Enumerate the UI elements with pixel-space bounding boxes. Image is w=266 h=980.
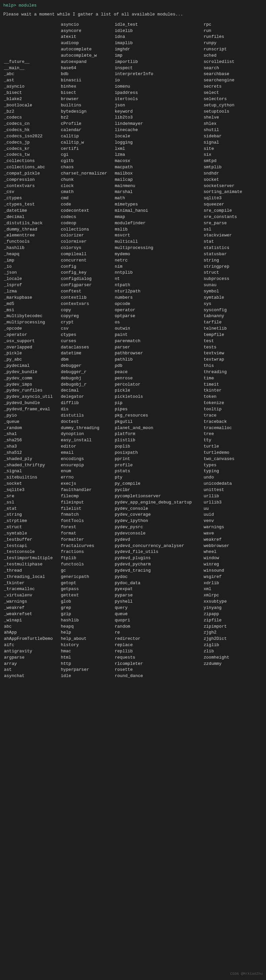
table-cell: squeezer — [203, 202, 263, 208]
table-cell: encodings — [60, 456, 114, 462]
table-cell: turtle — [203, 444, 263, 450]
table-cell: undo — [203, 474, 263, 481]
table-cell: pkg_resources — [114, 413, 203, 419]
table-cell: cmath — [60, 189, 114, 195]
table-cell: runfiles — [203, 34, 263, 40]
table-cell: xml — [203, 586, 263, 592]
table-row: _collectionscgitbmacosxsmtpd — [3, 158, 263, 164]
table-cell: array — [3, 661, 60, 667]
table-cell: _tkinter — [3, 580, 60, 587]
table-cell: mydemo — [114, 251, 203, 258]
table-row: _impconcurrentnetrcstring — [3, 258, 263, 264]
table-cell: multiprocessing — [114, 245, 203, 251]
table-cell: imp — [114, 52, 203, 59]
table-cell: certifi — [60, 146, 114, 152]
table-cell: math — [114, 195, 203, 202]
table-cell: mslib — [114, 227, 203, 233]
table-cell: idna — [114, 34, 203, 40]
table-cell: poplib — [114, 444, 203, 450]
table-cell: ctypes — [60, 332, 114, 338]
table-cell: glob — [60, 599, 114, 605]
table-cell: asynchat — [3, 673, 60, 679]
table-cell: _elementtree — [3, 232, 60, 239]
table-cell: shutil — [203, 127, 263, 134]
table-cell: xmlrpc — [203, 592, 263, 599]
table-cell: parenmatch — [114, 338, 203, 344]
table-row: _codecsbz2lib2to3shelve — [3, 115, 263, 121]
watermark: CSDN @MrXiaoZhu — [230, 971, 263, 977]
table-cell: _pydev_bundle — [3, 369, 60, 375]
table-row: ahApphelprezjgh2 — [3, 630, 263, 636]
table-row: _pydev_impsdebugobj_rpercolatortimeit — [3, 382, 263, 388]
table-cell: plistlib — [114, 438, 203, 444]
table-cell: rosette — [114, 667, 203, 673]
table-cell: tkinter — [203, 388, 263, 394]
table-row: _ctypescmdmathsqlite3 — [3, 195, 263, 202]
table-cell: _dummy_thread — [3, 227, 60, 233]
table-row: _pickledatetimepathbrowsertextview — [3, 350, 263, 356]
table-cell: opcode — [114, 301, 203, 307]
table-cell: _collections — [3, 158, 60, 164]
table-cell: debugger — [60, 363, 114, 369]
table-cell — [203, 667, 263, 673]
table-cell: config_key — [60, 270, 114, 276]
table-cell: importlib — [114, 59, 203, 65]
table-cell: pycompletionserver — [114, 493, 203, 500]
table-cell: token — [203, 394, 263, 400]
table-cell: gettext — [60, 592, 114, 599]
table-cell: search — [203, 65, 263, 72]
table-cell: zjgh2 — [203, 630, 263, 636]
table-row: _codecs_cncProfilelindenmayershlex — [3, 121, 263, 127]
table-cell: webbrowser — [203, 543, 263, 549]
table-cell: string — [203, 258, 263, 264]
table-cell: heapq — [60, 624, 114, 630]
table-cell: telnetlib — [203, 326, 263, 332]
table-row: _localeconfigdialogntsubprocess — [3, 276, 263, 282]
table-cell: multicall — [114, 239, 203, 245]
table-cell: urllib — [203, 493, 263, 500]
table-cell: shelve — [203, 115, 263, 121]
table-cell: asyncore — [60, 28, 114, 34]
table-cell: tests — [203, 344, 263, 351]
table-cell: pathlib — [114, 356, 203, 363]
table-cell: dbm — [60, 356, 114, 363]
table-cell: pydoc — [114, 574, 203, 580]
table-row: _osx_supportcursesparenmatchtest — [3, 338, 263, 344]
table-row: _shaded_thriftpyensurepipprofiletypes — [3, 462, 263, 469]
table-cell: pydevd_concurrency_analyser — [114, 543, 203, 549]
table-cell — [3, 40, 60, 46]
table-cell: bz2 — [60, 115, 114, 121]
table-row: _multiprocessingcryptostarfile — [3, 320, 263, 326]
table-row: _weakrefsetgzipqueuezipapp — [3, 611, 263, 617]
table-cell: subprocess — [203, 276, 263, 282]
table-row: _pydev_asyncio_utildelegatorpickletoolst… — [3, 394, 263, 400]
table-cell: idle — [60, 673, 114, 679]
table-cell: paint — [114, 332, 203, 338]
table-cell: debugobj_r — [60, 382, 114, 388]
table-cell: rpc — [203, 22, 263, 28]
table-cell: debugobj — [60, 375, 114, 382]
table-cell: pty — [114, 474, 203, 481]
table-row: _winapihashlibquoprizipfile — [3, 617, 263, 624]
table-cell: _decimal — [3, 214, 60, 220]
table-cell: colorizer — [60, 232, 114, 239]
table-cell: colorsys — [60, 245, 114, 251]
table-cell: mmap — [114, 214, 203, 220]
table-cell: pickle — [114, 388, 203, 394]
table-row: _queuedoctestpkgutiltraceback — [3, 419, 263, 425]
table-cell: tooltip — [203, 406, 263, 413]
table-row: _hashlibcolorsysmultiprocessingstatistic… — [3, 245, 263, 251]
table-cell: smtplib — [203, 164, 263, 170]
table-cell: _pydevd_bundle — [3, 400, 60, 406]
table-cell: browser — [60, 96, 114, 102]
table-cell: trace — [203, 413, 263, 419]
table-row: _codecs_hkcalendarlinecacheshutil — [3, 127, 263, 134]
table-cell: zipfile — [203, 617, 263, 624]
table-row: _distutils_hackcodeopmodulefindersre_par… — [3, 220, 263, 227]
table-cell: _threading_local — [3, 574, 60, 580]
table-cell: _imp — [3, 258, 60, 264]
table-cell: stat — [203, 239, 263, 245]
table-cell: symtable — [203, 295, 263, 301]
table-cell: _codecs_kr — [3, 146, 60, 152]
table-row: _pydev_bundledebugger_rpeacethreading — [3, 369, 263, 375]
